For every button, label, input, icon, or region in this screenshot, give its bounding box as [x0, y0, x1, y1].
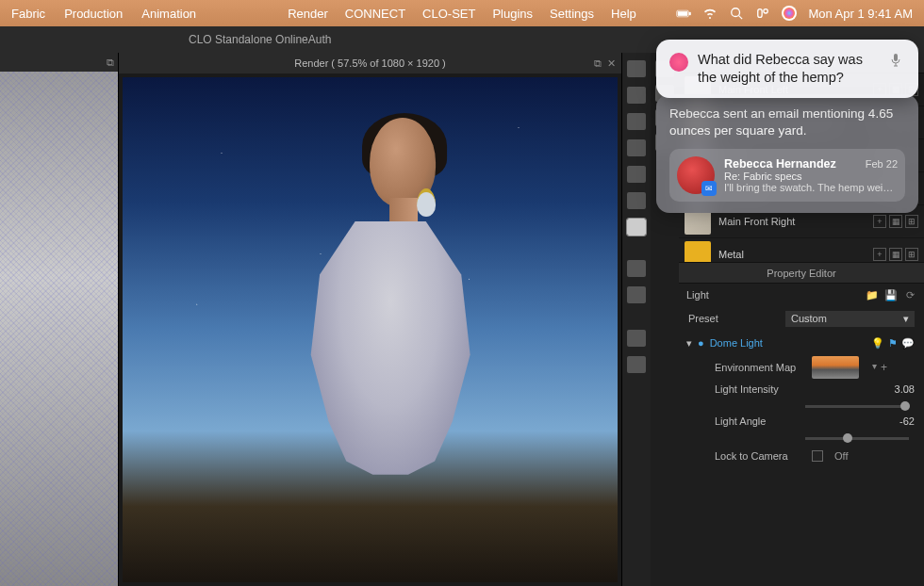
- spotlight-icon[interactable]: [729, 6, 744, 21]
- env-add-icon[interactable]: +: [881, 361, 887, 374]
- sphere-icon: ●: [698, 337, 704, 349]
- property-editor-panel: Property Editor Light 📁 💾 ⟳ Preset Custo…: [679, 262, 924, 586]
- chevron-down-icon: ▾: [903, 313, 909, 325]
- light-angle-value[interactable]: -62: [867, 415, 915, 427]
- env-map-thumbnail[interactable]: [812, 356, 859, 379]
- svg-rect-9: [894, 54, 898, 61]
- render-close-icon[interactable]: ✕: [607, 57, 616, 70]
- tool-layer-icon[interactable]: [627, 166, 646, 183]
- menu-connect[interactable]: CONNECT: [345, 7, 405, 21]
- menu-help[interactable]: Help: [611, 7, 636, 21]
- menubar-datetime[interactable]: Mon Apr 1 9:41 AM: [808, 7, 913, 21]
- property-editor-title: Property Editor: [679, 263, 924, 284]
- object-thumbnail: [685, 241, 711, 262]
- light-intensity-slider[interactable]: [805, 405, 909, 408]
- svg-rect-5: [758, 9, 762, 18]
- panel-popout-icon[interactable]: ⧉: [107, 57, 114, 69]
- render-figure: [248, 118, 520, 562]
- menu-render[interactable]: Render: [288, 7, 328, 21]
- tool-clapper-icon[interactable]: [627, 87, 646, 104]
- svg-rect-6: [764, 9, 767, 13]
- control-center-icon[interactable]: [755, 6, 770, 21]
- object-name: Main Front Right: [718, 216, 866, 227]
- folder-icon[interactable]: 📁: [866, 288, 879, 301]
- render-title: Render ( 57.5% of 1080 × 1920 ): [294, 57, 446, 69]
- siri-query-popup: What did Rebecca say was the weight of t…: [656, 40, 918, 98]
- object-grid-icon[interactable]: ▦: [889, 215, 902, 228]
- preset-select[interactable]: Custom ▾: [785, 311, 915, 327]
- svg-rect-2: [678, 11, 687, 15]
- object-add-icon[interactable]: +: [873, 248, 886, 261]
- svg-point-8: [784, 8, 795, 19]
- wifi-icon[interactable]: [702, 6, 718, 21]
- email-subject: Re: Fabric specs: [724, 171, 898, 182]
- expand-icon[interactable]: ▾: [686, 337, 692, 350]
- lock-camera-value: Off: [834, 450, 848, 462]
- tool-camera2-icon[interactable]: [627, 286, 646, 303]
- light-intensity-label: Light Intensity: [715, 383, 804, 395]
- siri-answer-text: Rebecca sent an email mentioning 4.65 ou…: [669, 106, 905, 139]
- macos-menubar: Fabric Production Animation Render CONNE…: [0, 0, 924, 26]
- render-viewport[interactable]: [123, 77, 618, 582]
- svg-point-3: [732, 8, 740, 17]
- siri-icon[interactable]: [782, 6, 797, 21]
- tool-photo-icon[interactable]: [627, 192, 646, 209]
- tool-gear-icon[interactable]: [627, 260, 646, 277]
- tool-snapshot-icon[interactable]: [627, 219, 646, 236]
- object-name: Metal: [718, 249, 866, 260]
- tool-wand-icon[interactable]: [627, 330, 646, 347]
- object-list-item[interactable]: Metal + ▦ ⊞: [679, 238, 924, 262]
- siri-response-popup: Rebecca sent an email mentioning 4.65 ou…: [656, 94, 918, 213]
- mail-app-badge-icon: ✉: [701, 181, 717, 196]
- object-add-icon[interactable]: +: [873, 215, 886, 228]
- email-result-card[interactable]: ✉ Rebecca Hernandez Feb 22 Re: Fabric sp…: [669, 149, 905, 202]
- lock-camera-label: Lock to Camera: [715, 450, 804, 462]
- email-preview: I'll bring the swatch. The hemp weighs…: [724, 182, 898, 193]
- siri-query-text: What did Rebecca say was the weight of t…: [698, 51, 881, 87]
- svg-rect-1: [689, 12, 690, 15]
- app-title: CLO Standalone OnlineAuth: [189, 33, 331, 46]
- menu-production[interactable]: Production: [64, 7, 123, 21]
- dome-light-label[interactable]: Dome Light: [710, 337, 763, 349]
- render-panel: Render ( 57.5% of 1080 × 1920 ) ⧉ ✕: [118, 53, 622, 586]
- tool-frame-icon[interactable]: [627, 139, 646, 156]
- svg-line-4: [739, 16, 743, 20]
- light-intensity-value[interactable]: 3.08: [867, 383, 915, 395]
- tool-settings2-icon[interactable]: [627, 356, 646, 373]
- menu-settings[interactable]: Settings: [550, 7, 594, 21]
- wireframe-viewport[interactable]: [0, 72, 118, 586]
- tool-film-icon[interactable]: [627, 113, 646, 130]
- lock-camera-checkbox[interactable]: [812, 450, 823, 462]
- object-more-icon[interactable]: ⊞: [905, 248, 918, 261]
- email-sender: Rebecca Hernandez: [724, 157, 836, 171]
- siri-orb-icon: [669, 53, 688, 72]
- menu-fabric[interactable]: Fabric: [11, 7, 45, 21]
- object-grid-icon[interactable]: ▦: [889, 248, 902, 261]
- env-expand-icon[interactable]: ▾: [872, 361, 877, 374]
- save-icon[interactable]: 💾: [884, 288, 898, 301]
- chat-icon[interactable]: 💬: [901, 337, 915, 350]
- preset-label: Preset: [688, 313, 778, 324]
- avatar: ✉: [677, 156, 715, 194]
- wireframe-panel: ⧉: [0, 53, 118, 586]
- reset-icon[interactable]: ⟳: [903, 288, 916, 301]
- menu-animation[interactable]: Animation: [141, 7, 196, 21]
- env-map-label: Environment Map: [715, 362, 804, 373]
- lightbulb-icon[interactable]: 💡: [871, 337, 884, 350]
- menu-closet[interactable]: CLO-SET: [422, 7, 475, 21]
- menu-plugins[interactable]: Plugins: [492, 7, 533, 21]
- light-angle-slider[interactable]: [805, 437, 909, 440]
- flag-icon[interactable]: ⚑: [888, 337, 898, 350]
- object-more-icon[interactable]: ⊞: [905, 215, 918, 228]
- light-label: Light: [686, 289, 776, 301]
- render-popout-icon[interactable]: ⧉: [594, 57, 602, 70]
- microphone-icon[interactable]: [890, 53, 905, 68]
- light-angle-label: Light Angle: [715, 415, 804, 427]
- tool-camera-icon[interactable]: [627, 60, 646, 77]
- email-date: Feb 22: [866, 158, 898, 170]
- battery-icon[interactable]: [676, 6, 691, 21]
- render-tool-strip: [622, 53, 651, 586]
